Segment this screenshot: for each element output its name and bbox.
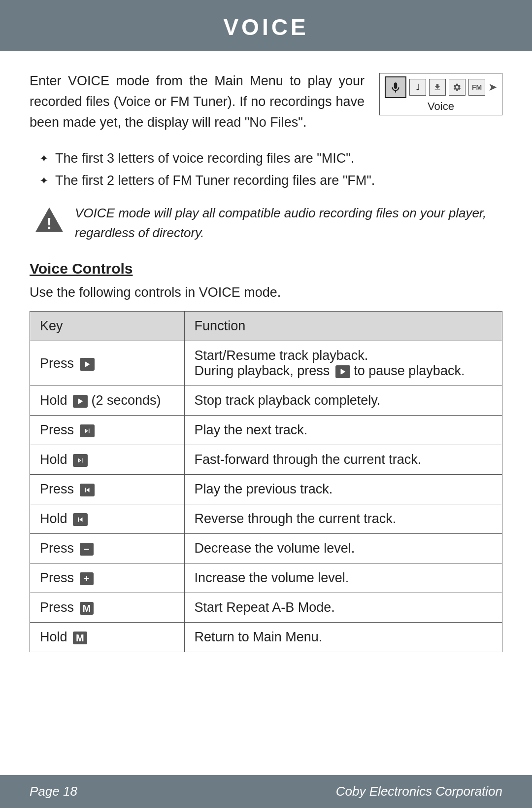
key-cell: Press [30, 341, 185, 386]
bullet-text-2: The first 2 letters of FM Tuner recordin… [55, 173, 375, 188]
voice-controls-subtext: Use the following controls in VOICE mode… [30, 285, 502, 300]
key-cell: Hold [30, 504, 185, 534]
table-row: Hold (2 seconds) Stop track playback com… [30, 386, 502, 416]
key-cell: Hold M [30, 623, 185, 652]
main-content: Enter VOICE mode from the Main Menu to p… [0, 51, 532, 652]
key-cell: Press [30, 475, 185, 504]
table-row: Hold Fast-forward through the current tr… [30, 445, 502, 475]
m-hold-icon: M [73, 632, 87, 644]
voice-controls-heading: Voice Controls [30, 260, 502, 277]
table-row: Press − Decrease the volume level. [30, 534, 502, 563]
play-pause-key-icon [80, 358, 95, 371]
backward-key-icon [80, 484, 95, 496]
play-pause-key-icon-inline [335, 365, 350, 378]
forward-hold-icon [73, 454, 88, 467]
intro-text: Enter VOICE mode from the Main Menu to p… [30, 71, 365, 133]
key-cell: Press + [30, 563, 185, 593]
bullet-list: ✦ The first 3 letters of voice recording… [39, 151, 502, 188]
function-cell: Decrease the volume level. [184, 534, 502, 563]
warning-text-content: VOICE mode will play all compatible audi… [75, 206, 486, 240]
function-cell: Play the next track. [184, 416, 502, 445]
function-cell: Start Repeat A-B Mode. [184, 593, 502, 623]
table-row: Hold M Return to Main Menu. [30, 623, 502, 652]
key-cell: Hold [30, 445, 185, 475]
table-row: Hold Reverse through the current track. [30, 504, 502, 534]
function-cell: Fast-forward through the current track. [184, 445, 502, 475]
warning-text: VOICE mode will play all compatible audi… [75, 203, 498, 243]
voice-icon [385, 76, 406, 98]
key-cell: Press − [30, 534, 185, 563]
table-row: Press Play the previous track. [30, 475, 502, 504]
col-header-function: Function [184, 312, 502, 341]
m-key-icon: M [80, 602, 94, 615]
key-cell: Press [30, 416, 185, 445]
function-cell: Increase the volume level. [184, 563, 502, 593]
table-row: Press Start/Resume track playback. Durin… [30, 341, 502, 386]
bullet-item-2: ✦ The first 2 letters of FM Tuner record… [39, 173, 502, 188]
play-pause-hold-icon [73, 395, 88, 408]
music-icon: ♩ [409, 79, 426, 96]
table-row: Press Play the next track. [30, 416, 502, 445]
forward-key-icon [80, 424, 95, 437]
backward-hold-icon [73, 513, 88, 526]
plus-key-icon: + [80, 572, 94, 585]
footer-page: Page 18 [30, 784, 77, 799]
page-header: VOICE [0, 0, 532, 51]
arrow-icon: ➤ [488, 81, 497, 94]
function-cell: Reverse through the current track. [184, 504, 502, 534]
bullet-cross-1: ✦ [39, 152, 48, 165]
table-row: Press + Increase the volume level. [30, 563, 502, 593]
settings-icon [449, 79, 466, 96]
download-icon [429, 79, 446, 96]
page-footer: Page 18 Coby Electronics Corporation [0, 775, 532, 808]
mode-icon-bar: ♩ FM ➤ Voice [379, 73, 502, 115]
controls-table: Key Function Press Start/Resume track pl… [30, 311, 502, 652]
function-cell: Play the previous track. [184, 475, 502, 504]
svg-text:!: ! [47, 215, 52, 232]
page-title: VOICE [0, 14, 532, 40]
bullet-cross-2: ✦ [39, 175, 48, 187]
table-row: Press M Start Repeat A-B Mode. [30, 593, 502, 623]
mode-label: Voice [428, 100, 454, 113]
mode-icons: ♩ FM ➤ [385, 76, 497, 98]
key-cell: Hold (2 seconds) [30, 386, 185, 416]
warning-box: ! VOICE mode will play all compatible au… [30, 203, 502, 243]
minus-key-icon: − [80, 543, 94, 556]
warning-icon: ! [34, 205, 64, 235]
fm-icon: FM [468, 79, 485, 96]
function-cell: Stop track playback completely. [184, 386, 502, 416]
bullet-item-1: ✦ The first 3 letters of voice recording… [39, 151, 502, 166]
function-cell: Return to Main Menu. [184, 623, 502, 652]
intro-section: Enter VOICE mode from the Main Menu to p… [30, 71, 502, 133]
key-cell: Press M [30, 593, 185, 623]
function-cell: Start/Resume track playback. During play… [184, 341, 502, 386]
bullet-text-1: The first 3 letters of voice recording f… [55, 151, 354, 166]
col-header-key: Key [30, 312, 185, 341]
footer-company: Coby Electronics Corporation [336, 784, 502, 799]
